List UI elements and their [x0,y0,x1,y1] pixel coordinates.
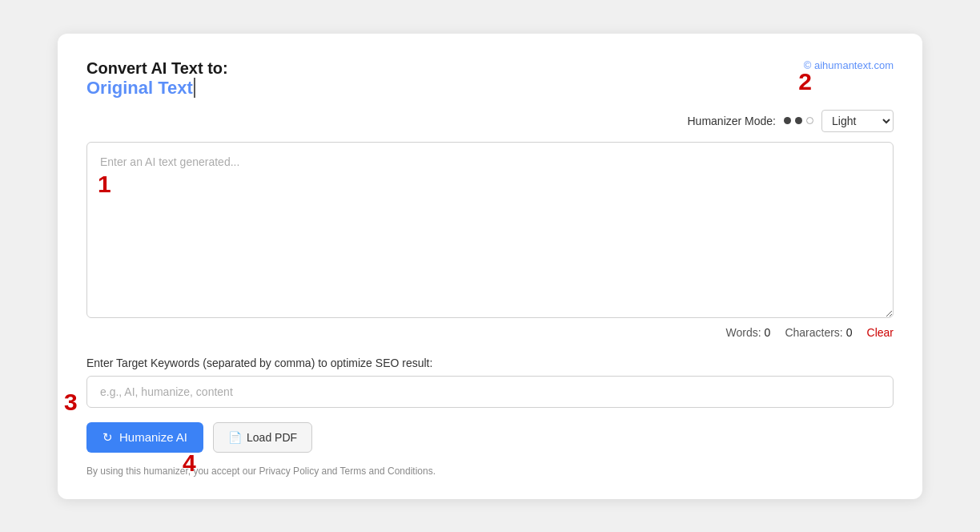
page-title-line2: Original Text [86,78,228,99]
page-title-line1: Convert AI Text to: [86,59,228,78]
clear-button[interactable]: Clear [867,326,894,339]
characters-stat: Characters: 0 [785,326,852,339]
cursor-icon [194,78,195,97]
humanizer-mode-label: Humanizer Mode: [688,115,777,127]
words-value: 0 [765,326,771,339]
header-row: Convert AI Text to: Original Text © aihu… [86,59,894,99]
ai-text-input[interactable] [86,142,894,318]
humanize-button-label: Humanize AI [119,430,187,444]
load-pdf-button[interactable]: 📄 Load PDF [213,422,312,453]
mode-select[interactable]: Light Medium Strong [821,110,894,132]
content-area: 1 Words: 0 Characters: 0 Clear 3 Enter T… [86,142,894,477]
stats-row: Words: 0 Characters: 0 Clear [86,326,894,339]
load-pdf-label: Load PDF [247,431,297,444]
keywords-input[interactable] [86,376,894,408]
main-card: Convert AI Text to: Original Text © aihu… [58,34,922,499]
characters-label: Characters: [785,326,842,339]
humanize-button[interactable]: ↻ Humanize AI [86,422,203,453]
buttons-row: ↻ Humanize AI 📄 Load PDF 4 [86,422,894,453]
characters-value: 0 [846,326,853,339]
words-stat: Words: 0 [725,326,770,339]
copyright-link[interactable]: © aihumantext.com [804,59,894,71]
refresh-icon: ↻ [102,430,113,445]
dot-2 [795,117,802,124]
title-section: Convert AI Text to: Original Text [86,59,228,99]
dot-1 [784,117,791,124]
dot-3 [806,117,813,124]
mode-dots [784,117,813,124]
humanizer-controls: 2 Humanizer Mode: Light Medium Strong [86,110,894,132]
words-label: Words: [725,326,761,339]
keywords-label: Enter Target Keywords (separated by comm… [86,357,894,369]
step-3-badge: 3 [64,390,78,414]
footer-text: By using this humanizer, you accept our … [86,466,894,477]
keywords-section: 3 Enter Target Keywords (separated by co… [86,357,894,408]
textarea-section: 1 [86,142,894,321]
humanizer-mode-row: 2 Humanizer Mode: Light Medium Strong [86,110,894,132]
pdf-icon: 📄 [228,431,242,444]
